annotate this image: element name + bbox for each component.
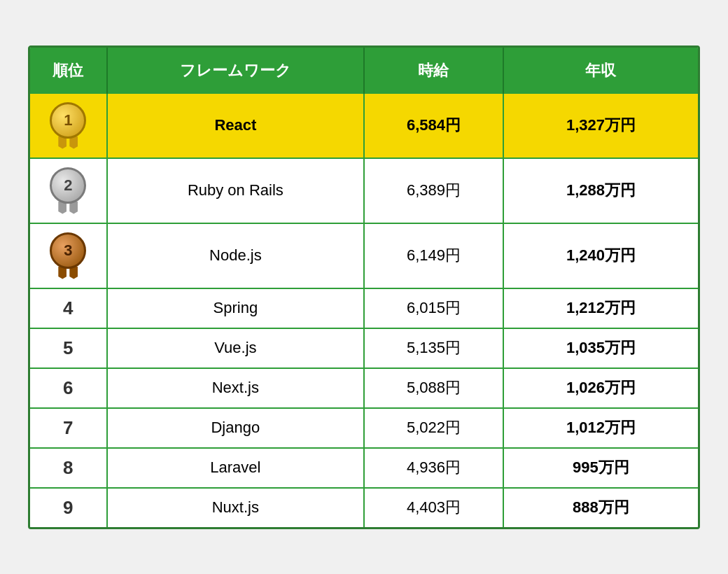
hourly-cell: 5,135円 [364,328,503,368]
rank-cell: 7 [30,408,107,448]
annual-cell: 888万円 [503,488,698,527]
rank-cell: 4 [30,288,107,328]
rank-cell: 3 [30,223,107,288]
rank-number: 6 [63,377,73,398]
rank-number: 7 [63,417,73,438]
table-row: 4Spring6,015円1,212万円 [30,288,698,328]
framework-cell: Ruby on Rails [107,158,364,223]
rank-number: 9 [63,497,73,518]
annual-cell: 1,240万円 [503,223,698,288]
rank-number: 8 [63,457,73,478]
header-hourly: 時給 [364,48,503,94]
framework-cell: Next.js [107,368,364,408]
ranking-table-wrapper: 順位 フレームワーク 時給 年収 1React6,584円1,327万円2Rub… [28,46,700,529]
framework-cell: Vue.js [107,328,364,368]
table-row: 2Ruby on Rails6,389円1,288万円 [30,158,698,223]
annual-cell: 1,035万円 [503,328,698,368]
rank-number: 4 [63,298,73,318]
table-row: 1React6,584円1,327万円 [30,94,698,158]
framework-cell: Node.js [107,223,364,288]
framework-cell: Django [107,408,364,448]
annual-cell: 1,026万円 [503,368,698,408]
medal-silver: 2 [50,167,86,214]
table-row: 7Django5,022円1,012万円 [30,408,698,448]
annual-cell: 1,327万円 [503,94,698,158]
framework-cell: Nuxt.js [107,488,364,527]
framework-cell: React [107,94,364,158]
table-row: 3Node.js6,149円1,240万円 [30,223,698,288]
hourly-cell: 5,022円 [364,408,503,448]
table-row: 5Vue.js5,135円1,035万円 [30,328,698,368]
rank-cell: 1 [30,94,107,158]
hourly-cell: 6,584円 [364,94,503,158]
hourly-cell: 4,936円 [364,448,503,488]
framework-cell: Laravel [107,448,364,488]
medal-circle: 3 [50,232,86,269]
hourly-cell: 5,088円 [364,368,503,408]
rank-cell: 8 [30,448,107,488]
framework-cell: Spring [107,288,364,328]
rank-cell: 5 [30,328,107,368]
rank-number: 5 [63,337,73,358]
medal-bronze: 3 [50,232,86,279]
table-row: 6Next.js5,088円1,026万円 [30,368,698,408]
header-framework: フレームワーク [107,48,364,94]
medal-circle: 2 [50,167,86,204]
rank-cell: 6 [30,368,107,408]
table-row: 8Laravel4,936円995万円 [30,448,698,488]
table-header-row: 順位 フレームワーク 時給 年収 [30,48,698,94]
hourly-cell: 6,015円 [364,288,503,328]
medal-circle: 1 [50,102,86,139]
header-annual: 年収 [503,48,698,94]
hourly-cell: 6,149円 [364,223,503,288]
table-row: 9Nuxt.js4,403円888万円 [30,488,698,527]
medal-gold: 1 [50,102,86,149]
rank-cell: 9 [30,488,107,527]
hourly-cell: 6,389円 [364,158,503,223]
annual-cell: 1,288万円 [503,158,698,223]
rank-cell: 2 [30,158,107,223]
header-rank: 順位 [30,48,107,94]
ranking-table: 順位 フレームワーク 時給 年収 1React6,584円1,327万円2Rub… [30,48,698,527]
annual-cell: 995万円 [503,448,698,488]
hourly-cell: 4,403円 [364,488,503,527]
annual-cell: 1,212万円 [503,288,698,328]
annual-cell: 1,012万円 [503,408,698,448]
